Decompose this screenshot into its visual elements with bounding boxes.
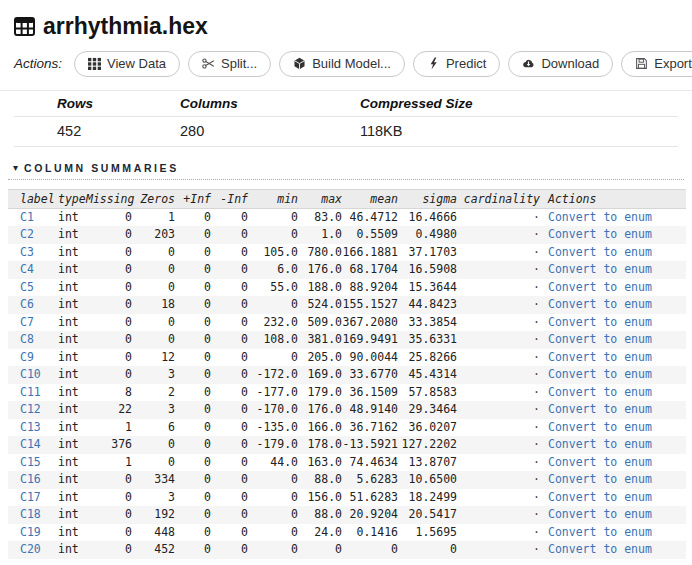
column-link[interactable]: C7	[20, 315, 34, 329]
column-link[interactable]: C12	[20, 402, 41, 416]
cell-min: -179.0	[248, 436, 298, 454]
cell-type: int	[58, 279, 86, 297]
cell-cardinality: ·	[457, 208, 540, 226]
cell-ninf: 0	[211, 208, 248, 226]
column-summaries-table: label type Missing Zeros +Inf -Inf min m…	[8, 189, 686, 559]
convert-to-enum-link[interactable]: Convert to enum	[548, 227, 652, 241]
cell-ninf: 0	[211, 401, 248, 419]
cell-mean: 74.4634	[342, 454, 398, 472]
build-model-button[interactable]: Build Model...	[279, 51, 405, 77]
convert-to-enum-link[interactable]: Convert to enum	[548, 385, 652, 399]
column-table-body: C1 int 0 1 0 0 0 83.0 46.4712 16.4666 · …	[8, 208, 686, 559]
header-sigma: sigma	[398, 189, 457, 208]
cell-cardinality: ·	[457, 419, 540, 437]
split-button[interactable]: Split...	[188, 51, 271, 77]
cell-type: int	[58, 489, 86, 507]
cell-ninf: 0	[211, 454, 248, 472]
column-link[interactable]: C17	[20, 490, 41, 504]
cell-zeros: 334	[132, 471, 175, 489]
cell-type: int	[58, 506, 86, 524]
cell-cardinality: ·	[457, 436, 540, 454]
cell-mean: 169.9491	[342, 331, 398, 349]
cell-cardinality: ·	[457, 331, 540, 349]
cell-type: int	[58, 436, 86, 454]
view-data-button[interactable]: View Data	[74, 51, 180, 77]
cell-cardinality: ·	[457, 261, 540, 279]
cell-ninf: 0	[211, 489, 248, 507]
column-link[interactable]: C13	[20, 420, 41, 434]
table-row: C12 int 22 3 0 0 -170.0 176.0 48.9140 29…	[8, 401, 686, 419]
column-link[interactable]: C5	[20, 280, 34, 294]
convert-to-enum-link[interactable]: Convert to enum	[548, 262, 652, 276]
convert-to-enum-link[interactable]: Convert to enum	[548, 455, 652, 469]
cloud-download-icon	[522, 57, 535, 70]
cell-type: int	[58, 401, 86, 419]
cell-missing: 0	[86, 279, 132, 297]
cell-missing: 0	[86, 541, 132, 559]
column-link[interactable]: C11	[20, 385, 41, 399]
convert-to-enum-link[interactable]: Convert to enum	[548, 437, 652, 451]
cell-min: -135.0	[248, 419, 298, 437]
cell-ninf: 0	[211, 226, 248, 244]
column-link[interactable]: C4	[20, 262, 34, 276]
column-link[interactable]: C19	[20, 525, 41, 539]
convert-to-enum-link[interactable]: Convert to enum	[548, 280, 652, 294]
convert-to-enum-link[interactable]: Convert to enum	[548, 332, 652, 346]
convert-to-enum-link[interactable]: Convert to enum	[548, 402, 652, 416]
column-summaries-header[interactable]: ▾ COLUMN SUMMARIES	[8, 162, 684, 180]
export-button[interactable]: Export	[621, 51, 692, 77]
convert-to-enum-link[interactable]: Convert to enum	[548, 315, 652, 329]
cell-cardinality: ·	[457, 226, 540, 244]
cell-max: 83.0	[298, 208, 342, 226]
frame-title: arrhythmia.hex	[43, 13, 208, 40]
column-link[interactable]: C6	[20, 297, 34, 311]
cell-type: int	[58, 419, 86, 437]
column-link[interactable]: C14	[20, 437, 41, 451]
column-link[interactable]: C10	[20, 367, 41, 381]
cell-ninf: 0	[211, 296, 248, 314]
download-button[interactable]: Download	[508, 51, 613, 77]
column-link[interactable]: C8	[20, 332, 34, 346]
cell-type: int	[58, 524, 86, 542]
convert-to-enum-link[interactable]: Convert to enum	[548, 245, 652, 259]
cell-pinf: 0	[175, 349, 211, 367]
column-link[interactable]: C2	[20, 227, 34, 241]
table-row: C2 int 0 203 0 0 0 1.0 0.5509 0.4980 · C…	[8, 226, 686, 244]
convert-to-enum-link[interactable]: Convert to enum	[548, 490, 652, 504]
cell-pinf: 0	[175, 279, 211, 297]
convert-to-enum-link[interactable]: Convert to enum	[548, 420, 652, 434]
convert-to-enum-link[interactable]: Convert to enum	[548, 297, 652, 311]
convert-to-enum-link[interactable]: Convert to enum	[548, 542, 652, 556]
cell-pinf: 0	[175, 331, 211, 349]
cell-min: 108.0	[248, 331, 298, 349]
convert-to-enum-link[interactable]: Convert to enum	[548, 350, 652, 364]
convert-to-enum-link[interactable]: Convert to enum	[548, 472, 652, 486]
column-link[interactable]: C9	[20, 350, 34, 364]
convert-to-enum-link[interactable]: Convert to enum	[548, 210, 652, 224]
column-link[interactable]: C1	[20, 210, 34, 224]
cell-min: -177.0	[248, 384, 298, 402]
column-link[interactable]: C20	[20, 542, 41, 556]
convert-to-enum-link[interactable]: Convert to enum	[548, 507, 652, 521]
view-data-label: View Data	[107, 56, 166, 72]
cell-max: 524.0	[298, 296, 342, 314]
cell-type: int	[58, 261, 86, 279]
cell-cardinality: ·	[457, 454, 540, 472]
cell-min: 0	[248, 296, 298, 314]
header-cardinality: cardinality	[457, 189, 540, 208]
cell-cardinality: ·	[457, 349, 540, 367]
cell-type: int	[58, 296, 86, 314]
column-link[interactable]: C15	[20, 455, 41, 469]
convert-to-enum-link[interactable]: Convert to enum	[548, 525, 652, 539]
convert-to-enum-link[interactable]: Convert to enum	[548, 367, 652, 381]
column-link[interactable]: C16	[20, 472, 41, 486]
column-link[interactable]: C3	[20, 245, 34, 259]
predict-button[interactable]: Predict	[413, 51, 500, 77]
column-link[interactable]: C18	[20, 507, 41, 521]
cell-sigma: 35.6331	[398, 331, 457, 349]
cell-min: 0	[248, 208, 298, 226]
rows-header: Rows	[14, 91, 180, 117]
cell-type: int	[58, 541, 86, 559]
cell-min: -172.0	[248, 366, 298, 384]
cell-cardinality: ·	[457, 366, 540, 384]
